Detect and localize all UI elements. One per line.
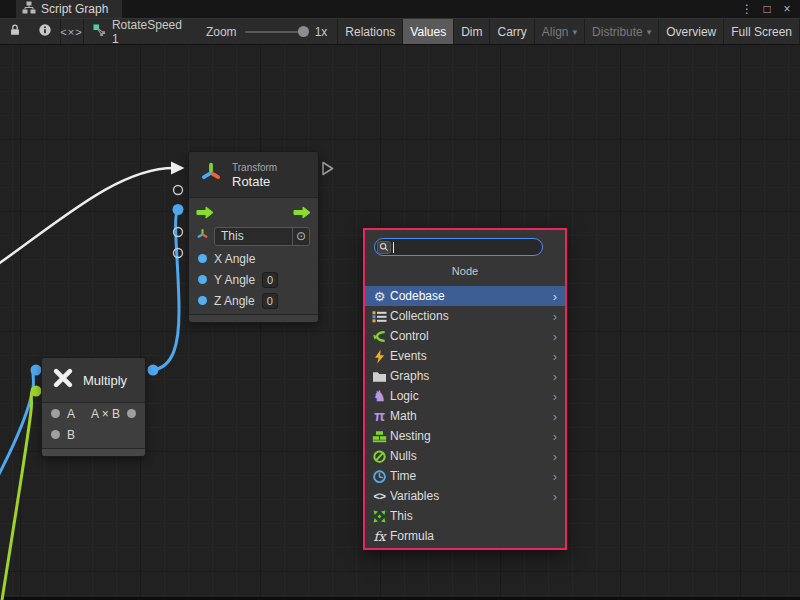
values-button[interactable]: Values xyxy=(403,19,454,44)
close-icon[interactable]: × xyxy=(780,2,794,16)
node-search-input[interactable] xyxy=(394,240,538,254)
finder-item-nesting[interactable]: Nesting › xyxy=(365,426,565,446)
input-b-port[interactable] xyxy=(51,430,60,439)
z-angle-port[interactable] xyxy=(198,296,207,305)
multiply-node-body: A A × B B xyxy=(42,402,145,448)
align-button[interactable]: Align▾ xyxy=(535,19,585,44)
carry-button[interactable]: Carry xyxy=(490,19,534,44)
finder-item-events[interactable]: Events › xyxy=(365,346,565,366)
multiply-row-a: A A × B xyxy=(42,403,145,424)
node-category: Transform xyxy=(232,161,277,174)
zoom-label: Zoom xyxy=(206,25,237,39)
pi-icon: π xyxy=(371,409,388,424)
rotate-node-header[interactable]: Transform Rotate xyxy=(189,152,318,197)
branch-arrows-icon xyxy=(371,329,388,344)
socket-this[interactable] xyxy=(174,186,183,195)
multiply-x-icon xyxy=(52,367,74,393)
y-angle-row: Y Angle 0 xyxy=(189,269,318,290)
flow-row xyxy=(189,198,318,224)
menu-icon[interactable]: ⋮ xyxy=(740,2,754,16)
finder-item-math[interactable]: π Math › xyxy=(365,406,565,426)
multiply-node-header[interactable]: Multiply xyxy=(42,358,145,402)
node-search-box[interactable] xyxy=(374,238,543,256)
inspect-button[interactable] xyxy=(30,19,60,44)
this-port-row: This ⊙ xyxy=(189,224,318,248)
flow-out-socket[interactable] xyxy=(323,163,333,175)
graph-breadcrumb[interactable]: RotateSpeed 1 xyxy=(83,19,192,44)
angle-brackets-icon: <> xyxy=(371,489,388,504)
z-angle-row: Z Angle 0 xyxy=(189,290,318,311)
maximize-icon[interactable]: □ xyxy=(760,2,774,16)
clock-icon xyxy=(371,469,388,484)
y-angle-value-field[interactable]: 0 xyxy=(262,272,278,288)
input-a-port[interactable] xyxy=(51,409,60,418)
zoom-slider-handle[interactable] xyxy=(298,26,309,37)
this-object-field[interactable]: This ⊙ xyxy=(214,227,310,246)
code-icon: <×> xyxy=(60,26,82,38)
chevron-right-icon: › xyxy=(553,370,559,383)
zoom-slider[interactable] xyxy=(245,31,307,33)
wire-endpoint-multiply-out xyxy=(148,365,159,376)
code-preview-button[interactable]: <×> xyxy=(60,19,82,44)
y-angle-port[interactable] xyxy=(198,275,207,284)
flow-in-arrow-icon[interactable] xyxy=(196,205,214,223)
chevron-right-icon: › xyxy=(553,430,559,443)
z-angle-value-field[interactable]: 0 xyxy=(262,293,278,309)
z-angle-label: Z Angle xyxy=(214,294,255,308)
chevron-right-icon: › xyxy=(553,290,559,303)
window-controls: ⋮ □ × xyxy=(740,0,800,18)
null-slash-icon xyxy=(371,449,388,464)
wire-to-multiply-b[interactable] xyxy=(0,391,36,600)
flow-out-arrow-icon[interactable] xyxy=(293,205,311,223)
relations-button[interactable]: Relations xyxy=(338,19,403,44)
finder-item-logic[interactable]: ♞ Logic › xyxy=(365,386,565,406)
gear-icon: ⚙ xyxy=(371,289,388,304)
wire-endpoint-multiply-b xyxy=(31,386,42,397)
chevron-right-icon: › xyxy=(553,310,559,323)
socket-z-angle[interactable] xyxy=(174,249,183,258)
finder-item-variables[interactable]: <> Variables › xyxy=(365,486,565,506)
wire-multiply-to-xangle[interactable] xyxy=(153,210,179,370)
finder-item-codebase[interactable]: ⚙ Codebase › xyxy=(365,286,565,306)
rotate-node-footer xyxy=(189,314,318,322)
fullscreen-button[interactable]: Full Screen xyxy=(724,19,800,44)
finder-item-collections[interactable]: Collections › xyxy=(365,306,565,326)
overview-button[interactable]: Overview xyxy=(659,19,724,44)
chevron-right-icon: › xyxy=(553,350,559,363)
distribute-button[interactable]: Distribute▾ xyxy=(585,19,659,44)
lightning-icon xyxy=(371,349,388,364)
dim-button[interactable]: Dim xyxy=(454,19,490,44)
graph-name: RotateSpeed 1 xyxy=(112,18,182,45)
caret-down-icon: ▾ xyxy=(573,27,578,37)
output-label: A × B xyxy=(91,407,120,421)
chess-knight-icon: ♞ xyxy=(371,389,388,404)
wire-to-multiply-a[interactable] xyxy=(0,370,36,482)
x-angle-port[interactable] xyxy=(198,254,207,263)
finder-item-control[interactable]: Control › xyxy=(365,326,565,346)
chevron-right-icon: › xyxy=(553,450,559,463)
finder-item-this[interactable]: This xyxy=(365,506,565,526)
finder-item-graphs[interactable]: Graphs › xyxy=(365,366,565,386)
node-title: Multiply xyxy=(83,373,127,388)
tab-title: Script Graph xyxy=(41,2,108,16)
chevron-right-icon: › xyxy=(553,410,559,423)
finder-item-formula[interactable]: fx Formula xyxy=(365,526,565,546)
graph-canvas[interactable]: Transform Rotate xyxy=(0,45,800,600)
tab-script-graph[interactable]: Script Graph xyxy=(16,0,122,18)
socket-y-angle[interactable] xyxy=(174,228,183,237)
lock-button[interactable] xyxy=(0,19,30,44)
transform-rotate-node[interactable]: Transform Rotate xyxy=(189,152,318,322)
finder-item-time[interactable]: Time › xyxy=(365,466,565,486)
wire-arrowhead xyxy=(171,162,185,175)
fx-icon: fx xyxy=(371,529,388,544)
tab-bar: Script Graph ⋮ □ × xyxy=(0,0,800,18)
bricks-icon xyxy=(371,429,388,444)
input-b-label: B xyxy=(67,428,75,442)
finder-item-nulls[interactable]: Nulls › xyxy=(365,446,565,466)
multiply-node[interactable]: Multiply A A × B B xyxy=(42,358,145,456)
search-icon xyxy=(377,241,391,254)
wire-flow-to-rotate[interactable] xyxy=(0,168,174,267)
object-picker-icon[interactable]: ⊙ xyxy=(292,228,309,245)
output-port[interactable] xyxy=(127,409,136,418)
graph-node-icon xyxy=(93,24,106,40)
